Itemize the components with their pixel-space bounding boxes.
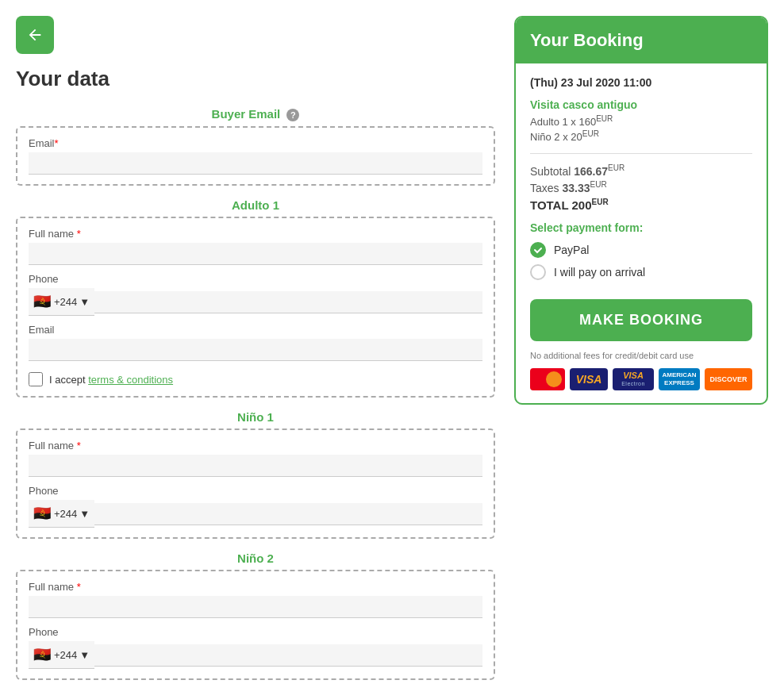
back-button[interactable] [16, 16, 54, 54]
paypal-label: PayPal [554, 244, 589, 256]
discover-icon: DISCOVER [705, 368, 752, 390]
no-fees-text: No additional fees for credit/debit card… [530, 351, 752, 360]
adulto1-fullname-input[interactable] [29, 243, 482, 265]
adulto1-country-select[interactable]: 🇦🇴 +244 ▼ [29, 288, 94, 316]
arrival-option[interactable]: I will pay on arrival [530, 264, 752, 280]
booking-date: (Thu) 23 Jul 2020 11:00 [530, 76, 752, 89]
nino1-label: Niño 1 [16, 410, 495, 424]
adulto1-email-label: Email [29, 324, 482, 336]
arrival-label: I will pay on arrival [554, 266, 645, 279]
nino2-fullname-label: Full name * [29, 581, 482, 593]
nino2-label: Niño 2 [16, 551, 495, 565]
booking-tour-name: Visita casco antiguo [530, 98, 752, 111]
booking-card-body: (Thu) 23 Jul 2020 11:00 Visita casco ant… [516, 63, 767, 403]
nino2-phone-row: 🇦🇴 +244 ▼ [29, 641, 482, 669]
visa-electron-icon: VISA Electron [613, 368, 654, 390]
taxes-line: Taxes 33.33EUR [530, 180, 752, 194]
card-icons-row: VISA VISA Electron AMERICANEXPRESS DISCO… [530, 368, 752, 390]
booking-card-header: Your Booking [516, 17, 767, 63]
help-icon[interactable]: ? [286, 109, 299, 121]
right-column: Your Booking (Thu) 23 Jul 2020 11:00 Vis… [514, 16, 768, 684]
terms-row: I accept terms & conditions [29, 372, 482, 386]
buyer-email-section: Email* [16, 126, 495, 186]
booking-adulto-line: Adulto 1 x 160EUR [530, 114, 752, 128]
email-field-label: Email* [29, 137, 482, 149]
left-column: Your data Buyer Email ? Email* Adulto 1 … [16, 16, 495, 684]
nino1-fullname-label: Full name * [29, 440, 482, 452]
nino2-flag: 🇦🇴 [33, 646, 51, 663]
nino1-phone-input[interactable] [94, 503, 482, 525]
payment-label: Select payment form: [530, 221, 752, 234]
nino2-fullname-input[interactable] [29, 596, 482, 618]
paypal-option[interactable]: PayPal [530, 242, 752, 258]
arrival-radio[interactable] [530, 264, 546, 280]
terms-label: I accept terms & conditions [49, 374, 173, 386]
adulto1-email-input[interactable] [29, 339, 482, 361]
booking-card: Your Booking (Thu) 23 Jul 2020 11:00 Vis… [514, 16, 768, 405]
adulto1-phone-input[interactable] [94, 291, 482, 313]
amex-icon: AMERICANEXPRESS [659, 368, 700, 390]
make-booking-button[interactable]: MAKE BOOKING [530, 299, 752, 341]
booking-nino-line: Niño 2 x 20EUR [530, 129, 752, 143]
mastercard-icon [530, 368, 565, 390]
nino1-phone-label: Phone [29, 485, 482, 497]
page-title: Your data [16, 67, 495, 91]
nino1-phone-row: 🇦🇴 +244 ▼ [29, 500, 482, 528]
terms-checkbox[interactable] [29, 372, 43, 386]
nino1-section: Full name * Phone 🇦🇴 +244 ▼ [16, 428, 495, 539]
subtotal-line: Subtotal 166.67EUR [530, 163, 752, 178]
nino2-phone-input[interactable] [94, 644, 482, 667]
adulto1-phone-label: Phone [29, 273, 482, 285]
nino1-country-select[interactable]: 🇦🇴 +244 ▼ [29, 500, 94, 528]
terms-link[interactable]: terms & conditions [88, 374, 173, 386]
nino2-section: Full name * Phone 🇦🇴 +244 ▼ [16, 570, 495, 680]
total-line: TOTAL 200EUR [530, 198, 752, 212]
adulto1-phone-row: 🇦🇴 +244 ▼ [29, 288, 482, 316]
buyer-email-label: Buyer Email ? [16, 107, 495, 121]
adulto1-section: Full name * Phone 🇦🇴 +244 ▼ Email [16, 217, 495, 398]
nino1-fullname-input[interactable] [29, 455, 482, 477]
nino1-flag: 🇦🇴 [33, 505, 51, 522]
booking-divider [530, 153, 752, 154]
buyer-email-input[interactable] [29, 152, 482, 175]
nino2-phone-label: Phone [29, 626, 482, 638]
adulto1-label: Adulto 1 [16, 198, 495, 212]
visa-icon: VISA [570, 368, 608, 390]
adulto1-fullname-label: Full name * [29, 228, 482, 240]
paypal-radio-checked[interactable] [530, 242, 546, 258]
adulto1-flag: 🇦🇴 [33, 293, 51, 310]
nino2-country-select[interactable]: 🇦🇴 +244 ▼ [29, 641, 94, 669]
